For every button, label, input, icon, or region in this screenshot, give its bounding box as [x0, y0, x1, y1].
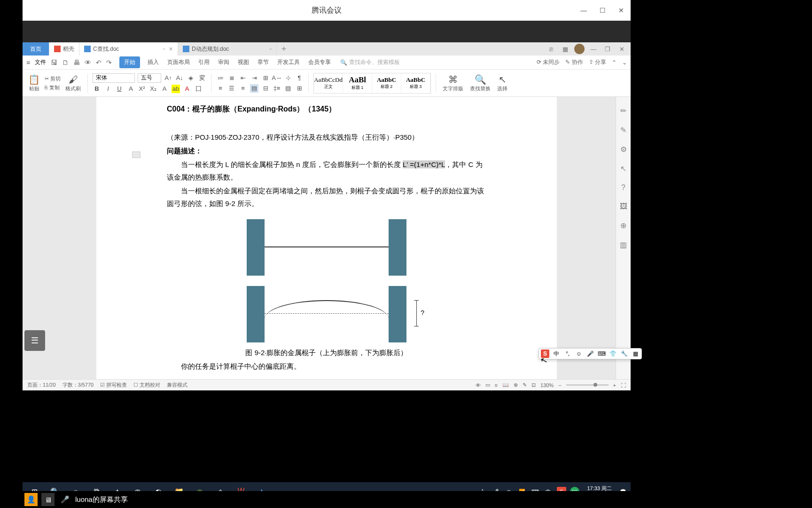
tab-home[interactable]: 首页	[23, 42, 49, 56]
redo-icon[interactable]: ↷	[106, 59, 112, 66]
tab-close-icon[interactable]: ✕	[169, 46, 173, 52]
badge-icon[interactable]: ⎚	[546, 44, 556, 54]
sidebar-pen-icon[interactable]: ✎	[620, 126, 626, 135]
share-screen-icon[interactable]: 🖥	[41, 493, 55, 506]
increase-font-icon[interactable]: A↑	[164, 74, 172, 82]
style-gallery[interactable]: AaBbCcDd 正文 AaBl 标题 1 AaBbC 标题 2 AaBbC 标…	[313, 73, 431, 94]
style-h3[interactable]: AaBbC 标题 3	[401, 73, 430, 93]
italic-button[interactable]: I	[104, 85, 112, 93]
fullscreen-icon[interactable]: ⛶	[621, 382, 626, 388]
sidebar-arrow-icon[interactable]: ↖	[620, 164, 626, 173]
coop-button[interactable]: ✎ 协作	[565, 58, 583, 66]
close-button[interactable]: ✕	[612, 0, 631, 21]
highlight-icon[interactable]: ab	[172, 85, 180, 93]
sidebar-image-icon[interactable]: 🖼	[620, 202, 627, 211]
align-justify-icon[interactable]: ▤	[250, 84, 258, 93]
view-web-icon[interactable]: ⊕	[514, 382, 518, 388]
clear-format-icon[interactable]: ◈	[187, 74, 195, 82]
navigation-pane-button[interactable]: ☰	[24, 330, 45, 351]
wps-close-button[interactable]: ✕	[617, 44, 627, 54]
wps-maximize-button[interactable]: ❐	[602, 44, 613, 54]
menu-tab-dev[interactable]: 开发工具	[276, 56, 301, 68]
menu-tab-start[interactable]: 开始	[119, 56, 140, 68]
char-scale-icon[interactable]: A↔	[273, 74, 281, 82]
sidebar-help-icon[interactable]: ?	[621, 183, 625, 192]
phonetic-icon[interactable]: 変	[198, 74, 206, 82]
tab-doc1[interactable]: C查找.doc ▫ ✕	[79, 42, 178, 56]
font-select[interactable]	[93, 73, 135, 83]
word-count[interactable]: 字数：3/5770	[62, 381, 94, 389]
distributed-icon[interactable]: ⊟	[261, 84, 270, 93]
menu-file[interactable]: 文件	[35, 58, 46, 66]
style-normal[interactable]: AaBbCcDd 正文	[314, 73, 343, 93]
search-box[interactable]: 🔍 查找命令、搜索模板	[340, 58, 400, 66]
decrease-font-icon[interactable]: A↓	[175, 74, 184, 82]
shading-icon[interactable]: ▨	[284, 84, 292, 93]
save2-icon[interactable]: 🗋	[62, 59, 69, 66]
page-indicator[interactable]: 页面：11/20	[27, 381, 56, 389]
share-button[interactable]: ⇪ 分享	[589, 58, 606, 66]
text-layout-group[interactable]: ⌘ 文字排版	[441, 74, 465, 92]
ime-tool-icon[interactable]: 🔧	[620, 349, 628, 358]
ime-mic-icon[interactable]: 🎤	[586, 349, 594, 358]
snap-icon[interactable]: ⊹	[284, 74, 292, 82]
para-mark-icon[interactable]: ¶	[295, 74, 304, 82]
align-center-icon[interactable]: ☰	[227, 84, 236, 93]
zoom-out-button[interactable]: −	[558, 382, 561, 388]
sidebar-tool-icon[interactable]: ✏	[620, 106, 626, 115]
tab-restore-icon[interactable]: ▫	[163, 46, 165, 52]
style-h1[interactable]: AaBl 标题 1	[343, 73, 372, 93]
zoom-value[interactable]: 130%	[540, 382, 554, 388]
wps-minimize-button[interactable]: ―	[588, 44, 599, 54]
sidebar-settings-icon[interactable]: ⚙	[620, 145, 627, 154]
find-group[interactable]: 🔍 查找替换	[468, 74, 492, 92]
zoom-fit-icon[interactable]: ⊡	[531, 382, 536, 388]
ime-emoji-icon[interactable]: ☺	[575, 349, 583, 358]
sync-status[interactable]: ⟳ 未同步	[537, 58, 560, 66]
ime-floating-bar[interactable]: S 中 °, ☺ 🎤 ⌨ 👕 🔧 ▦	[539, 348, 642, 359]
add-tab-button[interactable]: +	[277, 42, 291, 56]
collapse-ribbon-icon[interactable]: ⌃	[612, 59, 617, 66]
view-outline-icon[interactable]: ≡	[495, 382, 498, 388]
select-group[interactable]: ↖ 选择	[495, 74, 509, 92]
print-icon[interactable]: 🖶	[73, 59, 80, 66]
spell-check[interactable]: ☑ 拼写检查	[100, 381, 127, 389]
ime-grid-icon[interactable]: ▦	[631, 349, 640, 358]
paste-group[interactable]: 📋 粘贴	[26, 74, 42, 92]
font-effect-icon[interactable]: A	[160, 85, 169, 93]
format-painter-group[interactable]: 🖌 格式刷	[63, 74, 83, 92]
save-icon[interactable]: 🖫	[51, 59, 57, 66]
view-write-icon[interactable]: ✎	[523, 382, 527, 388]
border-icon[interactable]: ⊞	[295, 84, 304, 93]
compat-mode[interactable]: 兼容模式	[167, 381, 187, 389]
menu-tab-chapter[interactable]: 章节	[257, 56, 270, 68]
eye-icon[interactable]: 👁	[476, 382, 481, 388]
tab-restore-icon[interactable]: ▫	[270, 46, 272, 52]
view-read-icon[interactable]: 📖	[502, 382, 509, 388]
view-page-icon[interactable]: ▭	[485, 382, 490, 388]
menu-tab-ref[interactable]: 引用	[197, 56, 211, 68]
menu-tab-layout[interactable]: 页面布局	[166, 56, 191, 68]
line-spacing-icon[interactable]: ‡≡	[273, 84, 281, 93]
tab-daoke[interactable]: 稻壳	[49, 42, 79, 56]
ime-punct-icon[interactable]: °,	[563, 349, 572, 358]
ime-lang[interactable]: 中	[552, 349, 561, 358]
ime-skin-icon[interactable]: 👕	[609, 349, 617, 358]
proofread[interactable]: ☐ 文档校对	[133, 381, 160, 389]
underline-button[interactable]: U	[115, 85, 124, 93]
number-list-icon[interactable]: ≣	[227, 74, 236, 82]
subscript-button[interactable]: X₂	[149, 85, 157, 93]
presenter-avatar[interactable]: 👤	[24, 493, 38, 506]
font-color-icon[interactable]: A	[183, 85, 191, 93]
tab-doc2[interactable]: D动态规划.doc ▫	[178, 42, 277, 56]
more-icon[interactable]: ⌄	[622, 59, 627, 66]
grid-icon[interactable]: ▦	[560, 44, 570, 54]
menu-hamburger-icon[interactable]: ≡	[26, 59, 30, 66]
size-select[interactable]	[138, 73, 161, 83]
copy-button[interactable]: ⎘ 复制	[45, 84, 61, 91]
indent-inc-icon[interactable]: ⇥	[250, 74, 258, 82]
align-right-icon[interactable]: ≡	[239, 84, 247, 93]
cut-button[interactable]: ✂ 剪切	[45, 75, 61, 82]
zoom-in-button[interactable]: +	[613, 382, 616, 388]
minimize-button[interactable]: ―	[574, 0, 593, 21]
